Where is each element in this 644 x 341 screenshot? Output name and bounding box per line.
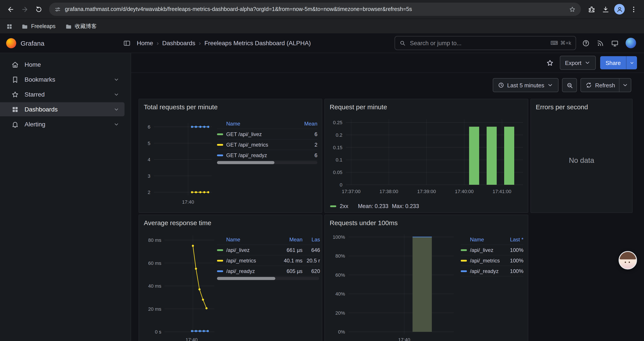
back-icon[interactable] — [4, 3, 17, 15]
legend-row-get-api-metrics[interactable]: GET /api/_metrics 2 — [217, 140, 318, 150]
panel-title[interactable]: Request per minute — [330, 103, 387, 111]
no-data-message: No data — [531, 99, 632, 212]
chevron-down-icon[interactable] — [114, 106, 119, 112]
sidebar-item-bookmarks[interactable]: Bookmarks — [0, 72, 124, 87]
legend-row-api-metrics[interactable]: /api/_metrics 100% — [461, 255, 524, 266]
nav-item-label: Alerting — [24, 121, 108, 128]
chevron-down-icon[interactable] — [114, 121, 119, 127]
svg-text:0.05: 0.05 — [333, 170, 342, 175]
address-bar[interactable]: grafana.mathmast.com/d/deytv4rwavabkb/fr… — [49, 3, 581, 16]
url-text[interactable]: grafana.mathmast.com/d/deytv4rwavabkb/fr… — [65, 6, 565, 12]
series-color-dash — [461, 260, 467, 261]
sidebar-item-starred[interactable]: Starred — [0, 87, 124, 101]
legend-row-api-livez[interactable]: /api/_livez 100% — [461, 245, 524, 255]
legend-row-api-readyz[interactable]: /api/_readyz 100% — [461, 266, 524, 276]
chevron-down-icon[interactable] — [114, 92, 119, 97]
legend-row-get-api-livez[interactable]: GET /api/_livez 6 — [217, 129, 318, 140]
sidebar-item-dashboards[interactable]: Dashboards — [0, 102, 124, 116]
grafana-app: Grafana Home › Dashboards › Freeleaps Me… — [0, 33, 644, 341]
zoom-out-icon — [566, 82, 573, 88]
scrollbar-thumb[interactable] — [217, 161, 274, 164]
legend-scrollbar[interactable] — [217, 277, 319, 280]
kiosk-monitor-icon[interactable] — [611, 39, 618, 47]
legend-col-mean[interactable]: Mean — [296, 121, 318, 127]
panel-requests-per-minute: Request per minute 0.250.20.150.10.05017… — [324, 99, 528, 213]
legend-row-api-livez[interactable]: /api/_livez 661 µs 646 — [217, 245, 320, 255]
panel-title[interactable]: Requests under 100ms — [330, 219, 398, 226]
legend-col-name[interactable]: Name — [217, 121, 296, 127]
requests-per-minute-chart[interactable]: 0.250.20.150.10.05017:37:0017:38:0017:39… — [325, 115, 528, 199]
news-rss-icon[interactable] — [597, 39, 604, 47]
legend-col-last[interactable]: Last * — [502, 236, 524, 242]
legend-row-get-api-readyz[interactable]: GET /api/_readyz 6 — [217, 150, 318, 161]
under-100ms-chart[interactable]: 100%80%60%40%20%0%17:40 — [325, 228, 456, 341]
site-settings-icon[interactable] — [54, 6, 61, 13]
legend-scrollbar[interactable] — [217, 161, 318, 164]
extensions-icon[interactable] — [585, 3, 598, 15]
nav-item-icon — [12, 61, 19, 68]
share-button[interactable]: Share — [600, 56, 637, 69]
svg-text:40%: 40% — [335, 291, 345, 297]
legend-col-last[interactable]: Las — [302, 236, 320, 242]
sidebar-item-alerting[interactable]: Alerting — [0, 117, 124, 131]
help-icon[interactable] — [582, 39, 590, 47]
svg-text:20 ms: 20 ms — [148, 306, 161, 312]
zoom-out-button[interactable] — [562, 78, 577, 92]
assistant-avatar-bubble[interactable] — [618, 251, 637, 269]
legend-col-name[interactable]: Name — [217, 236, 276, 242]
svg-text:0.2: 0.2 — [336, 132, 342, 138]
reload-icon[interactable] — [32, 3, 45, 15]
grafana-logo[interactable] — [6, 38, 16, 48]
panel-title[interactable]: Total requests per minute — [144, 103, 218, 111]
average-response-chart[interactable]: 80 ms60 ms40 ms20 ms0 s17:40 — [139, 228, 216, 341]
brand-zone: Grafana — [6, 38, 132, 48]
series-color-dash — [217, 144, 223, 146]
time-range-picker[interactable]: Last 5 minutes — [493, 78, 559, 92]
search-field[interactable] — [409, 39, 547, 47]
sidebar-item-home[interactable]: Home — [0, 58, 124, 72]
forward-icon[interactable] — [18, 3, 31, 15]
favorite-star-icon[interactable] — [546, 59, 554, 67]
nav-item-icon — [12, 76, 19, 83]
svg-text:17:39:00: 17:39:00 — [417, 189, 436, 194]
svg-text:17:40: 17:40 — [182, 199, 194, 205]
svg-text:5: 5 — [148, 141, 150, 146]
svg-text:0.25: 0.25 — [333, 120, 342, 125]
breadcrumb-link[interactable]: Freeleaps Metrics Dashboard (ALPHA) — [204, 40, 311, 47]
svg-text:6: 6 — [148, 124, 150, 130]
refresh-interval-caret[interactable] — [619, 79, 631, 92]
panel-title[interactable]: Average response time — [144, 219, 211, 226]
bookmark-收藏博客[interactable]: 收藏博客 — [65, 23, 97, 30]
bookmark-freeleaps[interactable]: Freeleaps — [22, 23, 56, 30]
browser-menu-icon[interactable] — [627, 3, 640, 15]
legend-row-api-readyz[interactable]: /api/_readyz 605 µs 620 — [217, 266, 320, 276]
legend-row[interactable]: 2xx Mean: 0.233 Max: 0.233 — [330, 203, 419, 209]
legend-col-name[interactable]: Name — [461, 236, 502, 242]
breadcrumb-link[interactable]: Dashboards — [162, 40, 195, 47]
chevron-down-icon — [547, 82, 554, 88]
bookmark-label: 收藏博客 — [75, 23, 97, 30]
refresh-button[interactable]: Refresh — [581, 78, 631, 92]
legend-row-api-metrics[interactable]: /api/_metrics 40.1 ms 20.5 r — [217, 255, 320, 266]
legend-col-mean[interactable]: Mean — [276, 236, 302, 242]
downloads-icon[interactable] — [599, 3, 612, 15]
nav-item-label: Starred — [24, 91, 108, 98]
svg-text:17:40: 17:40 — [398, 337, 410, 341]
chevron-down-icon[interactable] — [114, 77, 119, 82]
dock-menu-icon[interactable] — [123, 39, 131, 47]
bookmark-star-icon[interactable] — [569, 6, 576, 13]
svg-text:100%: 100% — [333, 234, 345, 240]
total-requests-chart[interactable]: 6543217:40 — [139, 115, 214, 210]
breadcrumb-link[interactable]: Home — [137, 40, 153, 47]
browser-profile-avatar[interactable] — [614, 4, 625, 15]
nav-item-label: Bookmarks — [24, 76, 108, 83]
export-button[interactable]: Export — [560, 56, 596, 70]
breadcrumb-home: Home › — [137, 40, 159, 47]
user-avatar[interactable] — [626, 38, 636, 48]
svg-text:0.1: 0.1 — [336, 157, 342, 163]
search-input[interactable]: ⌨ ⌘+k — [394, 36, 576, 50]
scrollbar-thumb[interactable] — [217, 277, 275, 280]
time-controls: Last 5 minutes Refresh — [493, 78, 631, 92]
apps-grid-icon[interactable] — [6, 23, 13, 30]
share-menu-caret[interactable] — [626, 56, 637, 69]
